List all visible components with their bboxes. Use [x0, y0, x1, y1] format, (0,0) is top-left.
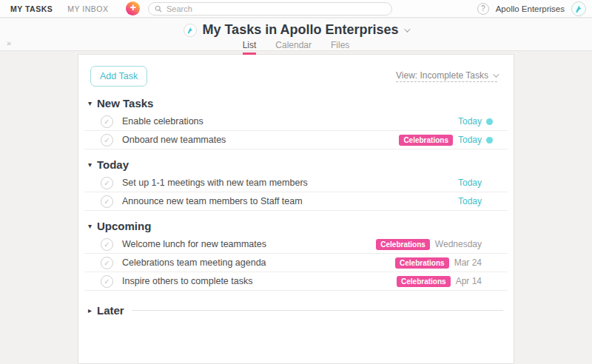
add-new-button[interactable]: + [126, 1, 140, 16]
section-toggle-icon[interactable]: ▾ [88, 161, 97, 169]
due-date[interactable]: Apr 14 [456, 276, 482, 286]
content-area: Add Task View: Incomplete Tasks ▾ New Ta… [0, 51, 592, 364]
search-bar[interactable] [148, 2, 392, 16]
task-section: ▾ Today Set up 1-1 meetings with new tea… [78, 158, 514, 211]
task-section: ▾ New Tasks Enable celebrations Today On… [78, 97, 514, 149]
section-rows: Set up 1-1 meetings with new team member… [78, 174, 514, 211]
nav-my-tasks[interactable]: MY TASKS [10, 4, 53, 13]
section-name: Later [97, 304, 124, 317]
due-date[interactable]: Today [458, 116, 482, 127]
task-list-card: Add Task View: Incomplete Tasks ▾ New Ta… [78, 54, 514, 364]
top-nav-bar: MY TASKS MY INBOX + ? Apollo Enterprises [0, 0, 592, 18]
task-title[interactable]: Announce new team members to Staff team [122, 196, 458, 206]
page-title[interactable]: My Tasks in Apollo Enterprises [202, 22, 398, 38]
due-date[interactable]: Today [458, 178, 482, 188]
tab-calendar[interactable]: Calendar [275, 40, 312, 55]
task-title[interactable]: Set up 1-1 meetings with new team member… [122, 178, 458, 188]
add-task-button[interactable]: Add Task [90, 66, 147, 87]
chevron-down-icon [493, 71, 499, 77]
complete-check-icon[interactable] [101, 238, 113, 251]
unicorn-icon [185, 25, 195, 36]
task-row[interactable]: Announce new team members to Staff team … [84, 192, 508, 211]
section-toggle-icon[interactable]: ▸ [88, 306, 97, 314]
section-header[interactable]: ▾ Today [78, 158, 514, 174]
help-icon[interactable]: ? [477, 3, 489, 15]
tag-badge[interactable]: Celebrations [397, 276, 451, 287]
chevron-down-icon[interactable] [404, 26, 410, 32]
task-row[interactable]: Celebrations team meeting agenda Celebra… [84, 254, 508, 272]
section-name: New Tasks [97, 97, 153, 109]
tab-files[interactable]: Files [331, 40, 349, 55]
tag-badge[interactable]: Celebrations [399, 135, 453, 146]
view-filter-label: View: Incomplete Tasks [396, 70, 488, 81]
avatar[interactable] [571, 1, 586, 16]
complete-check-icon[interactable] [101, 115, 113, 128]
due-date[interactable]: Wednesday [435, 239, 482, 249]
complete-check-icon[interactable] [101, 177, 113, 189]
section-header[interactable]: ▾ Upcoming [78, 220, 514, 235]
search-input[interactable] [166, 4, 386, 13]
section-name: Upcoming [97, 220, 151, 232]
title-row: My Tasks in Apollo Enterprises [0, 22, 592, 38]
view-tabs: List Calendar Files [0, 40, 592, 55]
section-rows: Enable celebrations Today Onboard new te… [78, 112, 514, 149]
task-row[interactable]: Enable celebrations Today [84, 112, 508, 131]
complete-check-icon[interactable] [101, 275, 113, 288]
tag-badge[interactable]: Celebrations [376, 239, 430, 250]
task-title[interactable]: Celebrations team meeting agenda [122, 257, 395, 268]
nav-right-cluster: ? Apollo Enterprises [477, 0, 586, 18]
section-toggle-icon[interactable]: ▾ [88, 222, 97, 230]
section-rows: Welcome lunch for new teammates Celebrat… [78, 235, 514, 291]
task-sections: ▾ New Tasks Enable celebrations Today On… [78, 97, 514, 320]
view-filter-dropdown[interactable]: View: Incomplete Tasks [396, 70, 497, 82]
due-date[interactable]: Today [458, 135, 482, 145]
nav-my-inbox[interactable]: MY INBOX [67, 4, 108, 13]
section-header[interactable]: ▾ New Tasks [78, 97, 514, 112]
task-row[interactable]: Onboard new teammates Celebrations Today [84, 131, 508, 149]
search-icon [155, 5, 162, 13]
complete-check-icon[interactable] [101, 257, 113, 269]
section-header[interactable]: ▸ Later [78, 300, 514, 320]
project-icon [184, 24, 197, 37]
new-task-dot [486, 137, 493, 144]
complete-check-icon[interactable] [101, 195, 113, 208]
task-title[interactable]: Inspire others to complete tasks [122, 276, 397, 286]
section-toggle-icon[interactable]: ▾ [88, 99, 97, 107]
task-title[interactable]: Welcome lunch for new teammates [122, 239, 376, 249]
tab-list[interactable]: List [243, 40, 257, 55]
complete-check-icon[interactable] [101, 134, 113, 146]
task-row[interactable]: Inspire others to complete tasks Celebra… [84, 272, 508, 291]
unicorn-icon [573, 3, 585, 15]
new-task-dot [486, 118, 493, 125]
task-section: ▸ Later [78, 300, 514, 320]
workspace-menu[interactable]: Apollo Enterprises [496, 4, 565, 13]
list-toolbar: Add Task View: Incomplete Tasks [78, 55, 514, 88]
task-title[interactable]: Enable celebrations [122, 116, 458, 127]
sidebar-expand-icon[interactable]: » [7, 38, 11, 47]
task-row[interactable]: Set up 1-1 meetings with new team member… [84, 174, 508, 192]
section-name: Today [97, 158, 129, 171]
due-date[interactable]: Mar 24 [454, 257, 482, 268]
task-row[interactable]: Welcome lunch for new teammates Celebrat… [84, 235, 508, 254]
task-section: ▾ Upcoming Welcome lunch for new teammat… [78, 220, 514, 291]
task-title[interactable]: Onboard new teammates [122, 135, 399, 145]
page-header: My Tasks in Apollo Enterprises List Cale… [0, 18, 592, 51]
due-date[interactable]: Today [458, 196, 482, 206]
tag-badge[interactable]: Celebrations [395, 257, 449, 269]
section-divider [132, 310, 503, 311]
